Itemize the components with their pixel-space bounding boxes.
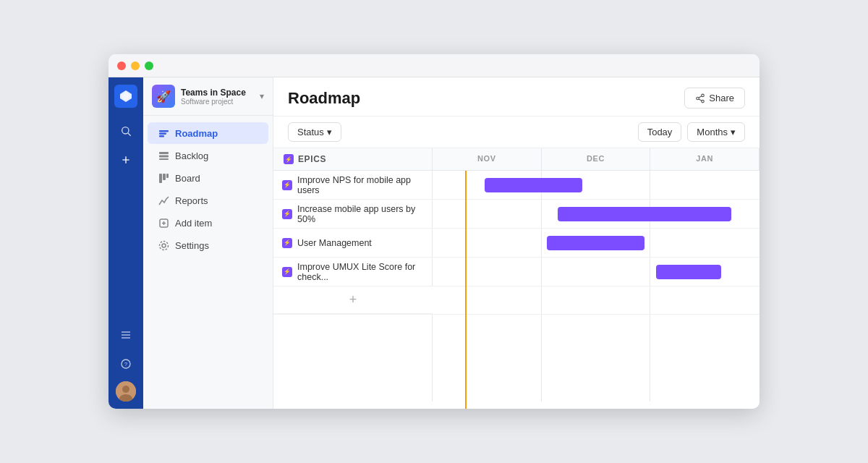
roadmap-label: Roadmap bbox=[175, 128, 218, 139]
gantt-header: ⚡ Epics NOV DEC JAN bbox=[273, 148, 760, 171]
menu-button[interactable] bbox=[114, 323, 137, 347]
svg-point-12 bbox=[122, 386, 129, 393]
sidebar-item-reports[interactable]: Reports bbox=[148, 190, 268, 211]
today-button[interactable]: Today bbox=[638, 122, 682, 142]
reports-icon bbox=[158, 195, 169, 206]
svg-rect-14 bbox=[159, 130, 169, 132]
svg-rect-15 bbox=[159, 132, 166, 135]
minimize-dot[interactable] bbox=[131, 61, 140, 70]
svg-rect-22 bbox=[166, 174, 169, 178]
gantt-rows: Improve NPS for mobile app users bbox=[273, 171, 760, 409]
epic-icon-4 bbox=[282, 267, 292, 277]
nov-cell-3 bbox=[433, 229, 542, 257]
dec-cell-1 bbox=[542, 171, 651, 199]
project-type: Software project bbox=[181, 98, 254, 106]
epic-label-3: User Management bbox=[297, 238, 372, 248]
svg-rect-16 bbox=[159, 135, 164, 137]
share-button[interactable]: Share bbox=[684, 88, 745, 109]
table-row: Increase mobile app users by 50% bbox=[273, 200, 760, 229]
add-item-icon bbox=[158, 217, 169, 229]
svg-rect-18 bbox=[159, 155, 169, 157]
jan-column-header: JAN bbox=[650, 148, 760, 170]
share-label: Share bbox=[709, 93, 734, 103]
today-label: Today bbox=[647, 127, 673, 137]
epic-icon-2 bbox=[282, 209, 292, 219]
board-icon bbox=[158, 172, 169, 184]
logo-icon[interactable] bbox=[114, 85, 137, 108]
svg-point-27 bbox=[159, 241, 168, 250]
jan-cell-2 bbox=[650, 200, 760, 228]
epic-cell-4: Improve UMUX Lite Score for check... bbox=[273, 258, 433, 286]
maximize-dot[interactable] bbox=[145, 61, 153, 70]
chevron-down-icon: ▾ bbox=[260, 91, 264, 101]
epics-badge-icon: ⚡ bbox=[284, 154, 294, 164]
add-item-label: Add item bbox=[175, 218, 212, 229]
months-label: Months bbox=[697, 127, 728, 137]
app-body: ? 🚀 Teams in Space Software proje bbox=[109, 77, 760, 409]
project-icon: 🚀 bbox=[152, 85, 175, 108]
main-content: Roadmap Share Status ▾ bbox=[273, 77, 760, 409]
table-row: Improve NPS for mobile app users bbox=[273, 171, 760, 200]
sidebar-item-settings[interactable]: Settings bbox=[148, 234, 268, 256]
toolbar: Status ▾ Today Months ▾ bbox=[273, 116, 760, 148]
sidebar-item-board[interactable]: Board bbox=[148, 167, 268, 189]
epic-icon-1 bbox=[282, 180, 292, 190]
months-button[interactable]: Months ▾ bbox=[687, 122, 745, 142]
table-row: User Management bbox=[273, 229, 760, 258]
status-filter-button[interactable]: Status ▾ bbox=[288, 122, 341, 142]
roadmap-icon bbox=[158, 127, 169, 139]
dec-cell-4 bbox=[542, 258, 651, 286]
epics-column-header: ⚡ Epics bbox=[273, 148, 433, 170]
sidebar-item-backlog[interactable]: Backlog bbox=[148, 145, 268, 166]
svg-line-32 bbox=[699, 95, 702, 97]
icon-bar: ? bbox=[109, 77, 143, 409]
svg-rect-21 bbox=[163, 174, 166, 180]
settings-label: Settings bbox=[175, 240, 209, 251]
add-epic-button[interactable]: + bbox=[273, 286, 433, 314]
help-button[interactable]: ? bbox=[114, 352, 137, 375]
svg-rect-20 bbox=[159, 174, 162, 183]
close-dot[interactable] bbox=[117, 61, 126, 70]
search-button[interactable] bbox=[114, 119, 137, 143]
table-row: Improve UMUX Lite Score for check... bbox=[273, 258, 760, 286]
jan-cell-3 bbox=[650, 229, 760, 257]
app-window: ? 🚀 Teams in Space Software proje bbox=[109, 54, 760, 409]
project-name: Teams in Space bbox=[181, 88, 254, 98]
reports-label: Reports bbox=[175, 195, 208, 206]
sidebar-item-add-item[interactable]: Add item bbox=[148, 212, 268, 234]
epic-bar-3[interactable] bbox=[547, 236, 644, 250]
epic-cell-1: Improve NPS for mobile app users bbox=[273, 171, 433, 199]
svg-point-29 bbox=[697, 97, 699, 100]
status-chevron-icon: ▾ bbox=[327, 127, 332, 137]
epic-label-4: Improve UMUX Lite Score for check... bbox=[297, 262, 423, 282]
dec-cell-3 bbox=[542, 229, 651, 257]
epic-icon-3 bbox=[282, 238, 292, 248]
jan-cell-4 bbox=[650, 258, 760, 286]
project-selector[interactable]: 🚀 Teams in Space Software project ▾ bbox=[143, 77, 273, 116]
nov-cell-2 bbox=[433, 200, 542, 228]
epic-label-1: Improve NPS for mobile app users bbox=[297, 175, 423, 195]
add-epic-section: + bbox=[273, 286, 760, 315]
svg-text:?: ? bbox=[124, 361, 128, 368]
backlog-label: Backlog bbox=[175, 150, 208, 161]
sidebar: 🚀 Teams in Space Software project ▾ bbox=[143, 77, 273, 409]
sidebar-nav: Roadmap Backlog bbox=[143, 116, 273, 263]
empty-area bbox=[273, 315, 760, 402]
svg-line-31 bbox=[699, 98, 702, 100]
settings-icon bbox=[158, 239, 169, 251]
epic-cell-3: User Management bbox=[273, 229, 433, 257]
epic-label-2: Increase mobile app users by 50% bbox=[297, 204, 423, 224]
page-title: Roadmap bbox=[288, 89, 360, 108]
epic-bar-4[interactable] bbox=[656, 265, 721, 279]
nov-column-header: NOV bbox=[433, 148, 542, 170]
user-avatar[interactable] bbox=[116, 381, 136, 402]
add-button[interactable] bbox=[114, 148, 137, 171]
dec-column-header: DEC bbox=[542, 148, 651, 170]
sidebar-item-roadmap[interactable]: Roadmap bbox=[148, 122, 268, 144]
svg-point-26 bbox=[162, 244, 166, 247]
dec-cell-2 bbox=[542, 200, 651, 228]
nov-cell-1 bbox=[433, 171, 542, 199]
epic-cell-2: Increase mobile app users by 50% bbox=[273, 200, 433, 228]
titlebar bbox=[109, 54, 760, 77]
main-header: Roadmap Share bbox=[273, 77, 760, 116]
